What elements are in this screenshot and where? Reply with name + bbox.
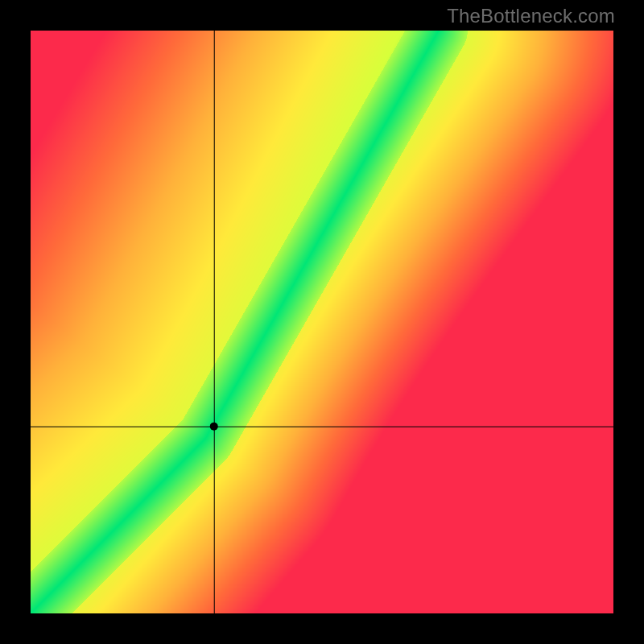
chart-frame: TheBottleneck.com — [0, 0, 644, 644]
heatmap-plot — [31, 31, 613, 613]
heatmap-canvas — [31, 31, 613, 613]
watermark-text: TheBottleneck.com — [447, 5, 615, 27]
